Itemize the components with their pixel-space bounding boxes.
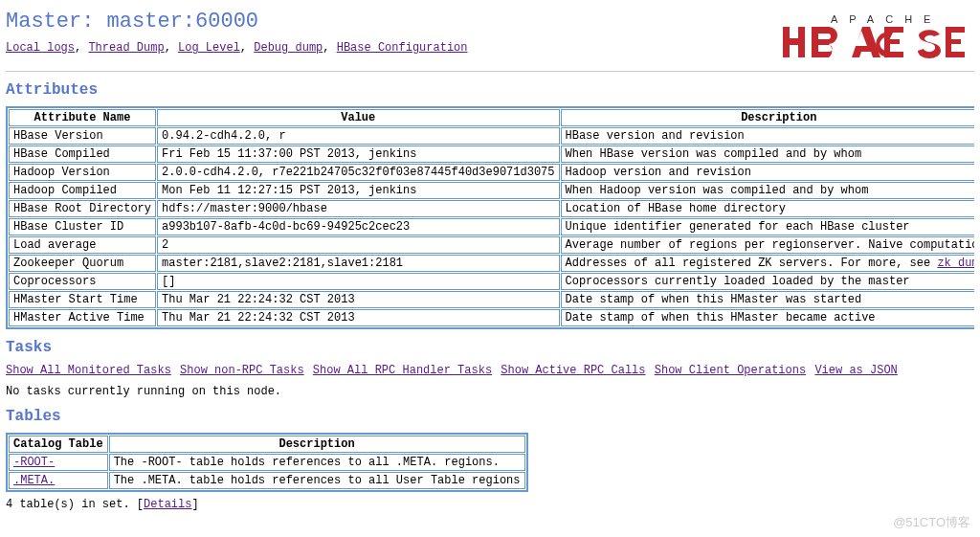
tasks-all-rpc[interactable]: Show All RPC Handler Tasks — [313, 364, 492, 377]
col-catalog-table: Catalog Table — [9, 436, 108, 453]
watermark: @51CTO博客 — [893, 514, 970, 517]
tables-count: 4 table(s) in set. [ — [6, 498, 144, 511]
page-title: Master: master:60000 — [6, 10, 777, 34]
nav-local-logs[interactable]: Local logs — [6, 41, 75, 55]
attr-value: 2 — [157, 236, 559, 254]
attr-value: Thu Mar 21 22:24:32 CST 2013 — [157, 309, 559, 326]
svg-rect-11 — [946, 52, 965, 57]
tasks-client-ops[interactable]: Show Client Operations — [655, 364, 806, 377]
svg-rect-3 — [783, 38, 805, 45]
table-row: Coprocessors[]Coprocessors currently loa… — [9, 273, 974, 290]
catalog-table-link[interactable]: -ROOT- — [13, 456, 55, 469]
attr-name: Zookeeper Quorum — [9, 255, 156, 272]
attr-name: HMaster Start Time — [9, 291, 156, 308]
nav-hbase-config[interactable]: HBase Configuration — [337, 41, 468, 55]
attr-desc: Average number of regions per regionserv… — [561, 236, 975, 254]
svg-rect-9 — [946, 27, 965, 33]
table-header-row: Catalog Table Description — [9, 436, 525, 453]
svg-rect-5 — [884, 27, 903, 33]
attr-desc: Addresses of all registered ZK servers. … — [561, 255, 975, 272]
tasks-view-json[interactable]: View as JSON — [814, 364, 897, 377]
attr-name: HBase Compiled — [9, 145, 156, 163]
table-header-row: Attribute Name Value Description — [9, 109, 974, 126]
attr-value: Fri Feb 15 11:37:00 PST 2013, jenkins — [157, 145, 559, 163]
attr-desc: HBase version and revision — [561, 127, 975, 145]
attr-value: Thu Mar 21 22:24:32 CST 2013 — [157, 291, 559, 308]
attr-desc: Date stamp of when this HMaster became a… — [561, 309, 975, 326]
attr-name: HBase Cluster ID — [9, 218, 156, 235]
attr-value: hdfs://master:9000/hbase — [157, 200, 559, 217]
nav-links: Local logs, Thread Dump, Log Level, Debu… — [6, 41, 777, 55]
tasks-active-rpc[interactable]: Show Active RPC Calls — [501, 364, 645, 377]
attributes-table: Attribute Name Value Description HBase V… — [6, 106, 974, 329]
tasks-links: Show All Monitored Tasks Show non-RPC Ta… — [6, 364, 974, 377]
zk-dump-link[interactable]: zk dump — [937, 257, 974, 270]
attr-desc: Location of HBase home directory — [561, 200, 975, 217]
attr-name: Coprocessors — [9, 273, 156, 290]
table-row: HBase Root Directoryhdfs://master:9000/h… — [9, 200, 974, 217]
table-row: HBase CompiledFri Feb 15 11:37:00 PST 20… — [9, 145, 974, 163]
attr-desc: Date stamp of when this HMaster was star… — [561, 291, 975, 308]
attr-value: 0.94.2-cdh4.2.0, r — [157, 127, 559, 145]
nav-thread-dump[interactable]: Thread Dump — [88, 41, 164, 55]
attr-name: HMaster Active Time — [9, 309, 156, 326]
table-row: -ROOT-The -ROOT- table holds references … — [9, 454, 525, 471]
attr-value: master:2181,slave2:2181,slave1:2181 — [157, 255, 559, 272]
attr-value: Mon Feb 11 12:27:15 PST 2013, jenkins — [157, 182, 559, 199]
table-row: Load average2Average number of regions p… — [9, 236, 974, 254]
catalog-table-link[interactable]: .META. — [13, 474, 55, 487]
attr-name: Hadoop Version — [9, 164, 156, 181]
attr-value: [] — [157, 273, 559, 290]
svg-rect-10 — [946, 39, 961, 44]
tables-heading: Tables — [6, 408, 974, 425]
catalog-table-name: -ROOT- — [9, 454, 108, 471]
attr-name: HBase Root Directory — [9, 200, 156, 217]
tasks-non-rpc[interactable]: Show non-RPC Tasks — [180, 364, 304, 377]
table-row: .META.The .META. table holds references … — [9, 472, 525, 489]
divider — [6, 71, 974, 72]
attr-name: Hadoop Compiled — [9, 182, 156, 199]
table-row: HMaster Active TimeThu Mar 21 22:24:32 C… — [9, 309, 974, 326]
col-value: Value — [157, 109, 559, 126]
tables-table: Catalog Table Description -ROOT-The -ROO… — [6, 433, 528, 492]
svg-rect-7 — [884, 52, 903, 57]
catalog-table-desc: The .META. table holds references to all… — [109, 472, 525, 489]
tasks-heading: Tasks — [6, 339, 974, 356]
svg-rect-6 — [884, 39, 900, 44]
attr-name: Load average — [9, 236, 156, 254]
attr-desc: Hadoop version and revision — [561, 164, 975, 181]
tasks-show-all[interactable]: Show All Monitored Tasks — [6, 364, 171, 377]
attributes-heading: Attributes — [6, 81, 974, 99]
tables-footer-suffix: ] — [191, 498, 198, 511]
nav-debug-dump[interactable]: Debug dump — [254, 41, 323, 55]
table-row: HBase Version0.94.2-cdh4.2.0, rHBase ver… — [9, 127, 974, 145]
catalog-table-desc: The -ROOT- table holds references to all… — [109, 454, 525, 471]
tables-footer: 4 table(s) in set. [Details] — [6, 498, 974, 511]
table-row: Hadoop CompiledMon Feb 11 12:27:15 PST 2… — [9, 182, 974, 199]
hbase-logo: APACHE — [777, 10, 969, 65]
table-row: Hadoop Version2.0.0-cdh4.2.0, r7e221b247… — [9, 164, 974, 181]
attr-desc: Coprocessors currently loaded loaded by … — [561, 273, 975, 290]
attr-name: HBase Version — [9, 127, 156, 145]
attr-value: 2.0.0-cdh4.2.0, r7e221b24705c32f0f03e874… — [157, 164, 559, 181]
table-row: Zookeeper Quorummaster:2181,slave2:2181,… — [9, 255, 974, 272]
svg-text:APACHE: APACHE — [831, 13, 942, 25]
tables-details-link[interactable]: Details — [144, 498, 191, 511]
col-description: Description — [561, 109, 975, 126]
attr-desc: When Hadoop version was compiled and by … — [561, 182, 975, 199]
table-row: HMaster Start TimeThu Mar 21 22:24:32 CS… — [9, 291, 974, 308]
attr-value: a993b107-8afb-4c0d-bc69-94925c2cec23 — [157, 218, 559, 235]
table-row: HBase Cluster IDa993b107-8afb-4c0d-bc69-… — [9, 218, 974, 235]
catalog-table-name: .META. — [9, 472, 108, 489]
nav-log-level[interactable]: Log Level — [178, 41, 240, 55]
attr-desc: When HBase version was compiled and by w… — [561, 145, 975, 163]
col-description: Description — [109, 436, 525, 453]
tasks-empty-message: No tasks currently running on this node. — [6, 385, 974, 398]
col-attr-name: Attribute Name — [9, 109, 156, 126]
attr-desc: Unique identifier generated for each HBa… — [561, 218, 975, 235]
